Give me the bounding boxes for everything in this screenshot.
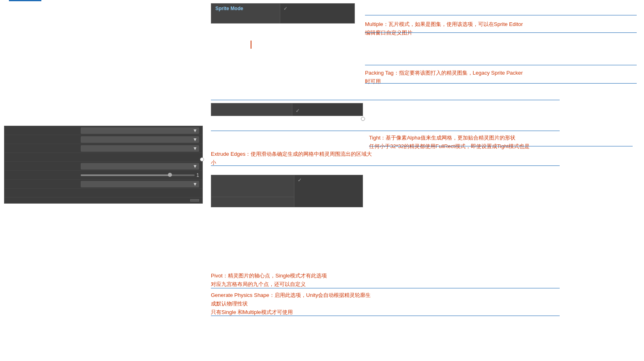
slider-thumb bbox=[168, 173, 172, 177]
tight-annotation: Tight：基于像素Alpha值来生成网格，更加贴合精灵图片的形状任何小于32*… bbox=[369, 134, 530, 151]
sprite-editor-btn-row bbox=[4, 198, 202, 203]
pivot-left-panel bbox=[211, 175, 294, 207]
sprite-editor-button[interactable] bbox=[190, 199, 199, 202]
mesh-type-dropdown-btn[interactable]: ▼ bbox=[81, 163, 199, 170]
pivot-ann: Pivot：精灵图片的轴心点，Single模式才有此选项对应九宫格布局的九个点，… bbox=[211, 273, 327, 287]
chevron-down-icon: ▼ bbox=[193, 128, 197, 133]
line-h-extrude bbox=[211, 165, 560, 166]
sprite-mode-right-panel: ✓ bbox=[280, 4, 354, 23]
pivot-item[interactable] bbox=[211, 20, 280, 22]
pivot-dropdown-btn[interactable]: ▼ bbox=[81, 181, 199, 187]
extrude-edges-ann: Extrude Edges：使用滑动条确定生成的网格中精灵周围流出的区域大小 bbox=[211, 151, 372, 165]
line-h-tight bbox=[369, 146, 633, 146]
slider-track bbox=[81, 174, 195, 176]
sprite-mode-popup: Sprite Mode ✓ bbox=[211, 3, 355, 24]
sprite-mode-left-header: Sprite Mode bbox=[211, 4, 280, 13]
line-h-polygon bbox=[365, 65, 637, 65]
pivot-right-panel: ✓ bbox=[294, 175, 363, 207]
slider-fill bbox=[81, 174, 172, 176]
custom-pivot-item[interactable] bbox=[294, 204, 363, 206]
texture-type-dropdown[interactable]: ▼ bbox=[81, 127, 199, 134]
mesh-type-left-item4[interactable] bbox=[211, 112, 292, 114]
filter-mode-item[interactable] bbox=[211, 200, 294, 203]
line-h-multiple bbox=[365, 32, 637, 33]
texture-shape-row: ▼ bbox=[4, 135, 202, 144]
pixels-per-unit-row bbox=[4, 153, 202, 162]
texture-shape-dropdown[interactable]: ▼ bbox=[81, 136, 199, 143]
pivot-row: ▼ bbox=[4, 180, 202, 189]
generate-physics-annotation: Generate Physics Shape：启用此选项，Unity会自动根据精… bbox=[211, 291, 371, 316]
extrude-edges-slider[interactable]: 1 bbox=[81, 172, 199, 178]
center-pivot-item[interactable]: ✓ bbox=[294, 176, 363, 184]
multiple-ann: Multiple：瓦片模式，如果是图集，使用该选项，可以在Sprite Edit… bbox=[365, 21, 523, 36]
sprite-mode-left-panel: Sprite Mode bbox=[211, 4, 280, 23]
line-h-packing bbox=[365, 83, 637, 84]
inspector-panel: ▼ ▼ ▼ ▼ bbox=[4, 126, 203, 204]
top-accent-line bbox=[9, 0, 41, 1]
pivot-popup: ✓ bbox=[211, 175, 363, 207]
line-h-single bbox=[365, 15, 637, 15]
mesh-type-right-panel: ✓ bbox=[292, 103, 363, 116]
packing-tag-ann: Packing Tag：指定要将该图打入的精灵图集，Legacy Sprite … bbox=[365, 70, 523, 84]
generate-physics-row bbox=[4, 189, 202, 198]
texture-type-row: ▼ bbox=[4, 126, 202, 135]
check-icon: ✓ bbox=[298, 177, 302, 183]
mesh-type-left-panel bbox=[211, 103, 292, 116]
multiple-annotation: Multiple：瓦片模式，如果是图集，使用该选项，可以在Sprite Edit… bbox=[365, 20, 523, 37]
generate-mip-maps-item[interactable] bbox=[211, 193, 294, 196]
tight-ann: Tight：基于像素Alpha值来生成网格，更加贴合精灵图片的形状任何小于32*… bbox=[369, 135, 530, 149]
advanced-label bbox=[211, 181, 294, 184]
line-h-pixels bbox=[211, 100, 560, 100]
sprite-mode-dropdown-btn[interactable]: ▼ bbox=[81, 145, 199, 152]
mesh-type-popup: ✓ bbox=[211, 103, 363, 116]
extrude-edges-row: 1 bbox=[4, 171, 202, 180]
chevron-down-icon: ▼ bbox=[193, 163, 197, 169]
polygon-item[interactable] bbox=[280, 15, 354, 17]
bullet-extrude bbox=[200, 157, 204, 161]
check-icon: ✓ bbox=[283, 6, 288, 11]
line-h-mesh-type bbox=[211, 131, 560, 131]
tight-item[interactable]: ✓ bbox=[292, 107, 363, 115]
bullet-mesh-type bbox=[361, 117, 365, 121]
slider-value: 1 bbox=[196, 172, 199, 178]
chevron-down-icon: ▼ bbox=[193, 146, 197, 151]
check-icon: ✓ bbox=[296, 108, 300, 114]
chevron-down-icon: ▼ bbox=[193, 181, 197, 187]
mesh-type-row: ▼ bbox=[4, 162, 202, 171]
pivot-annotation: Pivot：精灵图片的轴心点，Single模式才有此选项对应九宫格布局的九个点，… bbox=[211, 272, 327, 289]
single-item[interactable]: ✓ bbox=[280, 4, 354, 13]
extrude-edges-annotation: Extrude Edges：使用滑动条确定生成的网格中精灵周围流出的区域大小 bbox=[211, 150, 372, 167]
line-h-generate-physics bbox=[211, 316, 560, 316]
line-h-pivot bbox=[211, 288, 560, 288]
chevron-down-icon: ▼ bbox=[193, 137, 197, 142]
sprite-mode-row: ▼ bbox=[4, 144, 202, 153]
connector-line-v1 bbox=[251, 41, 251, 49]
generate-physics-ann: Generate Physics Shape：启用此选项，Unity会自动根据精… bbox=[211, 292, 371, 315]
